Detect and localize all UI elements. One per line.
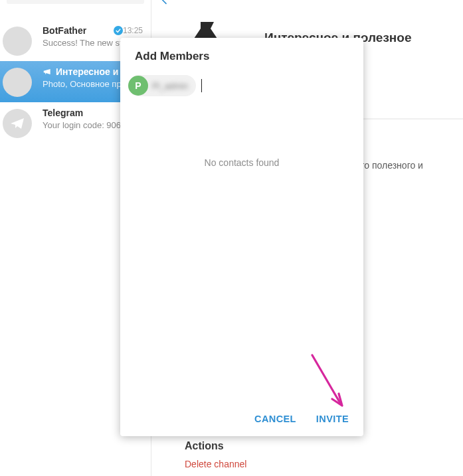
modal-empty-state: No contacts found [120, 102, 363, 403]
chevron-left-icon [159, 0, 170, 5]
invite-button[interactable]: Invite [316, 414, 349, 424]
pill-name: Pl_admin [152, 81, 188, 91]
avatar [3, 109, 32, 138]
text-cursor [201, 79, 202, 92]
actions-heading: Actions [185, 440, 437, 452]
avatar [3, 27, 32, 56]
search-input[interactable] [7, 0, 144, 4]
delete-channel-link[interactable]: Delete channel [185, 459, 437, 469]
modal-title: Add Members [120, 38, 363, 68]
back-button[interactable] [159, 0, 170, 5]
member-input[interactable]: P Pl_admin [120, 68, 363, 102]
empty-text: No contacts found [205, 157, 280, 168]
chat-time: 13:25 [123, 26, 143, 35]
cancel-button[interactable]: Cancel [254, 414, 296, 424]
megaphone-icon [43, 67, 52, 76]
chat-title: BotFather [43, 25, 111, 36]
chat-title: Telegram [43, 108, 122, 118]
add-members-modal: Add Members P Pl_admin No contacts found… [120, 38, 363, 436]
channel-description: ного полезного и [351, 159, 463, 173]
selected-contact-pill[interactable]: P Pl_admin [128, 75, 196, 96]
avatar [3, 68, 32, 97]
verified-icon [114, 26, 123, 35]
pill-avatar: P [128, 76, 148, 96]
